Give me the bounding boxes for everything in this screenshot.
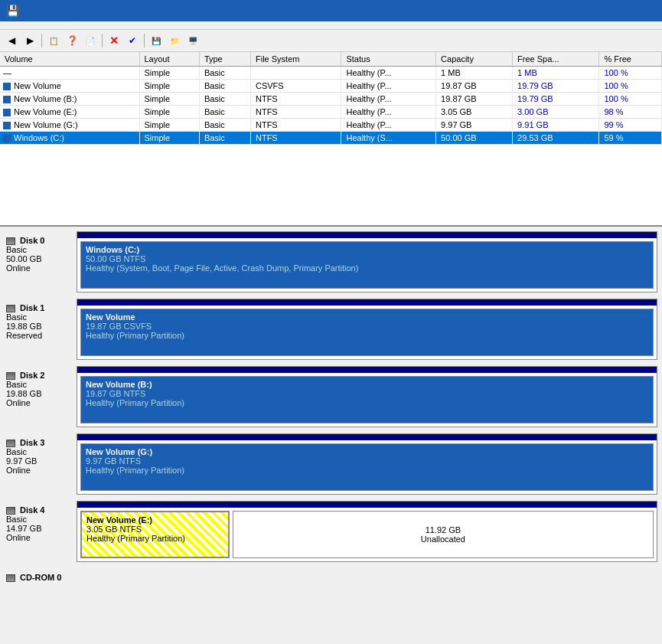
partition-status: Healthy (Primary Partition) bbox=[86, 398, 648, 407]
partition-0[interactable]: New Volume (B:) 19.87 GB NTFS Healthy (P… bbox=[80, 376, 654, 423]
cell-capacity: 3.05 GB bbox=[436, 106, 513, 119]
disk-icon bbox=[6, 440, 15, 447]
cell-layout: Simple bbox=[139, 80, 199, 93]
disk-icon bbox=[6, 237, 15, 245]
partition-status: Healthy (Primary Partition) bbox=[86, 331, 648, 340]
cell-status: Healthy (P... bbox=[341, 119, 436, 132]
disk-type: Basic bbox=[6, 380, 70, 389]
disk-name: Disk 3 bbox=[6, 438, 70, 447]
menu-view[interactable] bbox=[34, 23, 46, 28]
disk-label-2: Disk 2 Basic 19.88 GB Online bbox=[0, 366, 77, 427]
folder-button[interactable]: 📁 bbox=[166, 32, 183, 49]
menu-file[interactable] bbox=[3, 23, 15, 28]
disk-view: Disk 0 Basic 50.00 GB Online Windows (C:… bbox=[0, 227, 662, 641]
table-row[interactable]: New Volume (E:)SimpleBasicNTFSHealthy (P… bbox=[0, 106, 662, 119]
table-row[interactable]: New Volume (G:)SimpleBasicNTFSHealthy (P… bbox=[0, 119, 662, 132]
col-capacity[interactable]: Capacity bbox=[436, 52, 513, 67]
partition-size: 19.87 GB CSVFS bbox=[86, 322, 648, 331]
partition-status: Healthy (Primary Partition) bbox=[86, 534, 223, 543]
partition-name: Windows (C:) bbox=[86, 245, 648, 254]
col-pctfree[interactable]: % Free bbox=[599, 52, 662, 67]
disk-label-3: Disk 3 Basic 9.97 GB Online bbox=[0, 433, 77, 495]
disk-label-0: Disk 0 Basic 50.00 GB Online bbox=[0, 231, 77, 293]
volume-icon bbox=[3, 109, 11, 116]
cell-layout: Simple bbox=[139, 119, 199, 132]
disk-content-0: Windows (C:) 50.00 GB NTFS Healthy (Syst… bbox=[77, 231, 657, 293]
monitor-button[interactable]: 🖥️ bbox=[184, 32, 201, 49]
col-type[interactable]: Type bbox=[199, 52, 250, 67]
delete-button[interactable]: ✕ bbox=[106, 32, 122, 49]
table-row[interactable]: New Volume (B:)SimpleBasicNTFSHealthy (P… bbox=[0, 93, 662, 106]
disk-partitions: New Volume (B:) 19.87 GB NTFS Healthy (P… bbox=[77, 373, 657, 427]
app-icon: 💾 bbox=[6, 5, 19, 17]
toolbar: ◀ ▶ 📋 ❓ 📄 ✕ ✔ 💾 📁 🖥️ bbox=[0, 30, 662, 52]
menu-help[interactable] bbox=[49, 23, 61, 28]
disk-type: Basic bbox=[6, 515, 70, 524]
volume-name: New Volume (G:) bbox=[14, 120, 78, 129]
cell-pctfree: 100 % bbox=[599, 67, 662, 80]
disk-status: Reserved bbox=[6, 331, 70, 340]
cell-type: Basic bbox=[199, 132, 250, 145]
col-volume[interactable]: Volume bbox=[0, 52, 139, 67]
disk-row-0: Disk 0 Basic 50.00 GB Online Windows (C:… bbox=[0, 231, 662, 293]
volume-name: New Volume (E:) bbox=[14, 107, 77, 116]
cell-capacity: 19.87 GB bbox=[436, 93, 513, 106]
save-button[interactable]: 💾 bbox=[148, 32, 165, 49]
partition-size: 9.97 GB NTFS bbox=[86, 456, 648, 466]
menu-action[interactable] bbox=[18, 23, 31, 28]
partition-name: New Volume (B:) bbox=[86, 380, 648, 389]
table-row[interactable]: Windows (C:)SimpleBasicNTFSHealthy (S...… bbox=[0, 132, 662, 145]
help-button[interactable]: ❓ bbox=[64, 32, 80, 49]
col-status[interactable]: Status bbox=[341, 52, 436, 67]
col-layout[interactable]: Layout bbox=[139, 52, 199, 67]
volume-icon bbox=[3, 96, 11, 103]
partition-0[interactable]: New Volume 19.87 GB CSVFS Healthy (Prima… bbox=[80, 309, 654, 356]
partition-0[interactable]: Windows (C:) 50.00 GB NTFS Healthy (Syst… bbox=[80, 241, 654, 289]
cdrom-name: CD-ROM 0 bbox=[6, 573, 70, 582]
disk-partitions: New Volume (E:) 3.05 GB NTFS Healthy (Pr… bbox=[77, 508, 657, 561]
cell-filesystem: NTFS bbox=[250, 119, 341, 132]
partition-status: Healthy (Primary Partition) bbox=[86, 466, 648, 475]
volume-icon bbox=[3, 83, 11, 90]
col-free[interactable]: Free Spa... bbox=[513, 52, 599, 67]
table-row[interactable]: —SimpleBasicHealthy (P...1 MB1 MB100 % bbox=[0, 67, 662, 80]
disk-content-4: New Volume (E:) 3.05 GB NTFS Healthy (Pr… bbox=[77, 501, 657, 562]
cell-free: 19.79 GB bbox=[513, 80, 599, 93]
disk-status: Online bbox=[6, 533, 70, 542]
properties-button[interactable]: 📋 bbox=[45, 32, 62, 49]
disk-status: Online bbox=[6, 466, 70, 475]
cdrom-label: CD-ROM 0 bbox=[0, 568, 77, 591]
disk-size: 50.00 GB bbox=[6, 254, 70, 263]
disk-size: 19.88 GB bbox=[6, 322, 70, 331]
cell-type: Basic bbox=[199, 67, 250, 80]
forward-button[interactable]: ▶ bbox=[21, 32, 38, 49]
partition-0[interactable]: New Volume (G:) 9.97 GB NTFS Healthy (Pr… bbox=[80, 443, 654, 491]
cell-pctfree: 99 % bbox=[599, 119, 662, 132]
partition-status: Healthy (System, Boot, Page File, Active… bbox=[86, 263, 648, 273]
volume-table: Volume Layout Type File System Status Ca… bbox=[0, 52, 662, 145]
cell-layout: Simple bbox=[139, 67, 199, 80]
disk-content-3: New Volume (G:) 9.97 GB NTFS Healthy (Pr… bbox=[77, 433, 657, 495]
disk-name: Disk 4 bbox=[6, 505, 70, 515]
volume-name: — bbox=[3, 68, 11, 77]
disk-type: Basic bbox=[6, 312, 70, 322]
col-filesystem[interactable]: File System bbox=[250, 52, 341, 67]
cell-filesystem: CSVFS bbox=[250, 80, 341, 93]
disk-partitions: Windows (C:) 50.00 GB NTFS Healthy (Syst… bbox=[77, 238, 657, 292]
cell-layout: Simple bbox=[139, 106, 199, 119]
check-button[interactable]: ✔ bbox=[124, 32, 141, 49]
cell-filesystem: NTFS bbox=[250, 106, 341, 119]
disk-partitions: New Volume 19.87 GB CSVFS Healthy (Prima… bbox=[77, 306, 657, 359]
cell-type: Basic bbox=[199, 106, 250, 119]
disk-top-bar bbox=[77, 299, 657, 306]
partition-0[interactable]: New Volume (E:) 3.05 GB NTFS Healthy (Pr… bbox=[80, 511, 230, 558]
cell-free: 1 MB bbox=[513, 67, 599, 80]
disk-name: Disk 0 bbox=[6, 236, 70, 245]
volume-table-body: —SimpleBasicHealthy (P...1 MB1 MB100 %Ne… bbox=[0, 67, 662, 145]
table-row[interactable]: New VolumeSimpleBasicCSVFSHealthy (P...1… bbox=[0, 80, 662, 93]
new-button[interactable]: 📄 bbox=[82, 32, 99, 49]
volume-name: New Volume bbox=[14, 81, 61, 90]
disk-label-4: Disk 4 Basic 14.97 GB Online bbox=[0, 501, 77, 562]
partition-1[interactable]: 11.92 GB Unallocated bbox=[233, 511, 654, 558]
back-button[interactable]: ◀ bbox=[3, 32, 20, 49]
